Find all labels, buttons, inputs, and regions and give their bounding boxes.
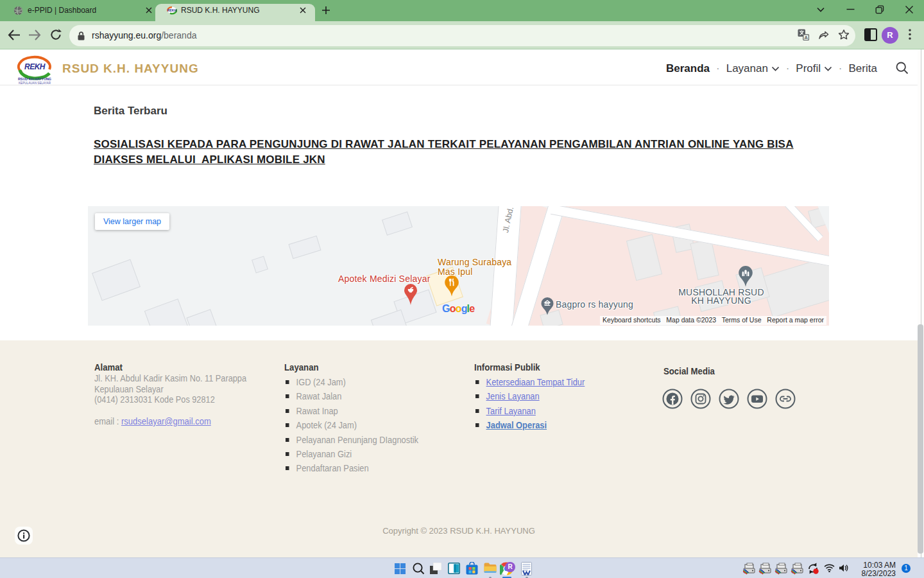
svg-text:A: A — [804, 35, 808, 40]
svg-text:REKH: REKH — [24, 62, 46, 71]
svg-text:KEPULAUAN SELAYAR: KEPULAUAN SELAYAR — [19, 81, 51, 85]
svg-text:REKH: REKH — [167, 8, 177, 12]
